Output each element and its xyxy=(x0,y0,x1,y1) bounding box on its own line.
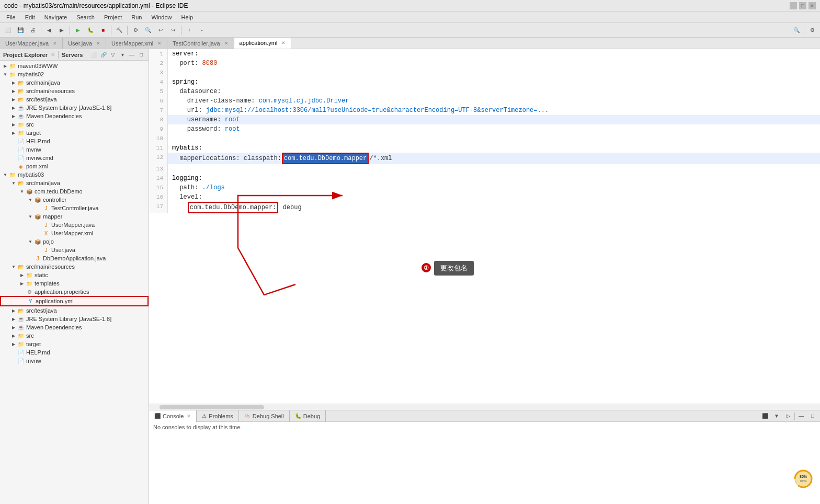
tree-mybatis02-src-main-res[interactable]: ▶ 📂 src/main/resources xyxy=(0,87,149,95)
console-tab-console[interactable]: ⬛ Console ✕ xyxy=(149,410,197,422)
tree-mybatis02-mvnwcmd[interactable]: ▶ 📄 mvnw.cmd xyxy=(0,154,149,162)
tree-com-tedu-dbdemo[interactable]: ▼ 📦 com.tedu.DbDemo xyxy=(0,187,149,196)
tab-usermapper-xml[interactable]: UserMapper.xml ✕ xyxy=(106,38,167,49)
project-icon2: 📁 xyxy=(8,71,17,78)
tree-pojo[interactable]: ▼ 📦 pojo xyxy=(0,237,149,246)
search-toolbar-button[interactable]: 🔍 xyxy=(791,25,802,36)
tree-mb03-src-test[interactable]: ▶ 📂 src/test/java xyxy=(0,306,149,315)
console-tab-debug[interactable]: 🐛 Debug xyxy=(290,410,326,422)
close-tab-usermapper[interactable]: ✕ xyxy=(53,41,57,46)
save-button[interactable]: 💾 xyxy=(15,25,26,36)
tab-testcontroller[interactable]: TestController.java ✕ xyxy=(167,38,234,49)
new-button[interactable]: ⬜ xyxy=(2,25,14,36)
tree-mb03-maven-deps[interactable]: ▶ ☕ Maven Dependencies xyxy=(0,323,149,331)
debug-button[interactable]: 🐛 xyxy=(85,25,96,36)
tree-controller[interactable]: ▼ 📦 controller xyxy=(0,196,149,204)
tree-dbdemo-app[interactable]: ▶ J DbDemoApplication.java xyxy=(0,254,149,262)
tree-templates[interactable]: ▶ 📁 templates xyxy=(0,279,149,288)
tree-mybatis02-src[interactable]: ▶ 📁 src xyxy=(0,120,149,129)
sidebar-servers-label[interactable]: Servers xyxy=(62,52,83,58)
code-editor[interactable]: 1 server: 2 port: 8080 3 4 xyxy=(149,49,820,404)
tree-mybatis02-maven-deps[interactable]: ▶ ☕ Maven Dependencies xyxy=(0,112,149,120)
tree-mybatis03-src-main-java[interactable]: ▼ 📂 src/main/java xyxy=(0,179,149,187)
console-btn1[interactable]: ⬛ xyxy=(760,411,770,421)
build-button[interactable]: 🔨 xyxy=(113,25,125,36)
maximize-button[interactable]: □ xyxy=(799,2,806,9)
tree-user-java[interactable]: ▶ J User.java xyxy=(0,246,149,254)
tree-mb03-target[interactable]: ▶ 📁 target xyxy=(0,340,149,348)
tree-mybatis02-pom[interactable]: ▶ ◈ pom.xml xyxy=(0,162,149,170)
filter-icon[interactable]: ▽ xyxy=(109,51,117,59)
horizontal-scrollbar[interactable] xyxy=(149,404,820,410)
sidebar-close-icon[interactable]: ✕ xyxy=(51,52,55,58)
close-tab-controller[interactable]: ✕ xyxy=(224,41,229,46)
console-max-btn[interactable]: □ xyxy=(807,411,818,421)
tab-application-yml[interactable]: application.yml ✕ xyxy=(234,38,292,49)
menu-run[interactable]: Run xyxy=(127,13,146,21)
close-tab-yml[interactable]: ✕ xyxy=(281,40,286,45)
tree-mybatis03[interactable]: ▼ 📁 mybatis03 xyxy=(0,170,149,179)
tree-static[interactable]: ▶ 📁 static xyxy=(0,271,149,279)
menu-help[interactable]: Help xyxy=(177,13,198,21)
tree-usermapper-java[interactable]: ▶ J UserMapper.java xyxy=(0,221,149,229)
tree-mybatis03-src-main-res[interactable]: ▼ 📂 src/main/resources xyxy=(0,262,149,271)
toolbar-btn2[interactable]: 🔍 xyxy=(142,25,154,36)
console-tab-problems[interactable]: ⚠ Problems xyxy=(197,410,238,422)
menu-edit[interactable]: Edit xyxy=(21,13,39,21)
print-button[interactable]: 🖨 xyxy=(27,25,39,36)
tree-mapper[interactable]: ▼ 📦 mapper xyxy=(0,212,149,221)
tree-mybatis02-src-test-java[interactable]: ▶ 📂 src/test/java xyxy=(0,95,149,104)
tree-application-properties[interactable]: ▶ ⚙ application.properties xyxy=(0,288,149,296)
maximize-sidebar-icon[interactable]: □ xyxy=(137,51,145,59)
close-button[interactable]: ✕ xyxy=(808,2,816,9)
tree-mb03-help[interactable]: ▶ 📄 HELP.md xyxy=(0,348,149,357)
view-menu-icon[interactable]: ▾ xyxy=(118,51,127,59)
link-editor-icon[interactable]: 🔗 xyxy=(99,51,108,59)
tree-mybatis02-help[interactable]: ▶ 📄 HELP.md xyxy=(0,137,149,145)
menu-project[interactable]: Project xyxy=(100,13,126,21)
tree-mb03-jre[interactable]: ▶ ☕ JRE System Library [JavaSE-1.8] xyxy=(0,315,149,323)
expand-arrow-ctd: ▼ xyxy=(19,189,25,194)
console-btn2[interactable]: ▼ xyxy=(771,411,782,421)
collapse-all-icon[interactable]: ⬜ xyxy=(90,51,98,59)
console-btn3[interactable]: ▷ xyxy=(783,411,793,421)
close-tab-user[interactable]: ✕ xyxy=(96,41,100,46)
zoom-out[interactable]: - xyxy=(196,25,208,36)
problems-icon: ⚠ xyxy=(202,413,207,419)
console-close-icon[interactable]: ✕ xyxy=(187,414,191,419)
zoom-in[interactable]: + xyxy=(184,25,195,36)
preferences-button[interactable]: ⚙ xyxy=(806,25,818,36)
tree-mybatis02-jre[interactable]: ▶ ☕ JRE System Library [JavaSE-1.8] xyxy=(0,104,149,112)
minimize-button[interactable]: — xyxy=(790,2,797,9)
menu-navigate[interactable]: Navigate xyxy=(40,13,71,21)
tree-usermapper-xml[interactable]: ▶ X UserMapper.xml xyxy=(0,229,149,237)
tree-mybatis02-src-main-java[interactable]: ▶ 📂 src/main/java xyxy=(0,78,149,87)
menu-search[interactable]: Search xyxy=(72,13,99,21)
console-tab-debug-shell[interactable]: 🐚 Debug Shell xyxy=(239,410,290,422)
tab-user-java[interactable]: User.java ✕ xyxy=(63,38,106,49)
tree-mb03-mvnw[interactable]: ▶ 📄 mvnw xyxy=(0,357,149,365)
tree-mybatis02[interactable]: ▼ 📁 mybatis02 xyxy=(0,70,149,78)
tab-usermapper-java[interactable]: UserMapper.java ✕ xyxy=(0,38,63,49)
tree-mybatis02-target[interactable]: ▶ 📁 target xyxy=(0,129,149,137)
window-controls[interactable]: — □ ✕ xyxy=(790,2,816,9)
back-button[interactable]: ◀ xyxy=(43,25,55,36)
minimize-sidebar-icon[interactable]: — xyxy=(128,51,136,59)
console-min-btn[interactable]: — xyxy=(796,411,806,421)
toolbar-btn1[interactable]: ⚙ xyxy=(130,25,141,36)
line-content-13 xyxy=(168,164,172,174)
tree-application-yml[interactable]: ▶ Y application.yml xyxy=(0,296,149,306)
toolbar-btn4[interactable]: ↪ xyxy=(167,25,179,36)
tree-mybatis02-mvnw[interactable]: ▶ 📄 mvnw xyxy=(0,145,149,154)
tree-testcontroller-java[interactable]: ▶ J TestController.java xyxy=(0,204,149,212)
toolbar-btn3[interactable]: ↩ xyxy=(155,25,166,36)
scrollbar-thumb[interactable] xyxy=(160,405,264,409)
close-tab-xml[interactable]: ✕ xyxy=(157,41,162,46)
stop-button[interactable]: ■ xyxy=(97,25,109,36)
tree-maven03www[interactable]: ▶ 📁 maven03WWW xyxy=(0,62,149,70)
menu-window[interactable]: Window xyxy=(147,13,176,21)
run-button[interactable]: ▶ xyxy=(72,25,84,36)
menu-file[interactable]: File xyxy=(2,13,20,21)
forward-button[interactable]: ▶ xyxy=(56,25,67,36)
tree-mb03-src[interactable]: ▶ 📁 src xyxy=(0,331,149,340)
